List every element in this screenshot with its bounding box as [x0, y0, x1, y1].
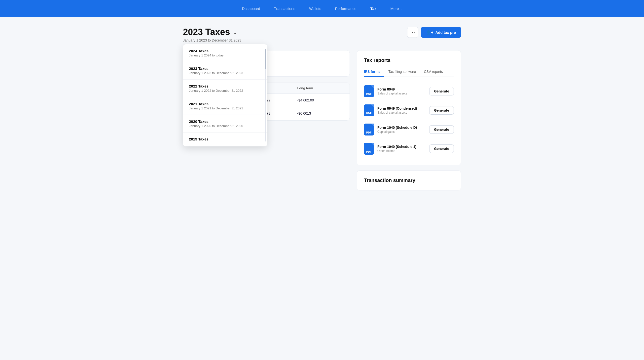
generate-button[interactable]: Generate: [429, 144, 454, 153]
pdf-icon: PDF: [364, 143, 374, 155]
dropdown-item-sub: January 1 2023 to December 31 2023: [189, 71, 262, 75]
pdf-label: PDF: [366, 131, 372, 134]
long-term-cell: -$4,682.00: [297, 98, 344, 102]
form-left: PDF Form 1040 (Schedule 1) Other income: [364, 143, 416, 155]
right-panel: Tax reports IRS formsTax filing software…: [357, 50, 461, 191]
dropdown-scrollbar[interactable]: [265, 49, 266, 141]
form-left: PDF Form 1040 (Schedule D) Capital gains: [364, 124, 417, 135]
nav-dashboard[interactable]: Dashboard: [235, 0, 267, 17]
dropdown-item[interactable]: 2024 Taxes January 1 2024 to today: [183, 44, 268, 62]
transaction-summary-title: Transaction summary: [364, 177, 454, 183]
pdf-label: PDF: [366, 93, 372, 96]
nav-performance[interactable]: Performance: [328, 0, 364, 17]
dropdown-item[interactable]: 2022 Taxes January 1 2022 to December 31…: [183, 80, 268, 97]
year-dropdown-toggle[interactable]: ⌄: [232, 29, 237, 36]
dropdown-item[interactable]: 2019 Taxes: [183, 132, 268, 146]
form-desc: Sales of capital assets: [377, 92, 407, 95]
form-info: Form 1040 (Schedule 1) Other income: [377, 145, 416, 153]
dropdown-item-title: 2021 Taxes: [189, 102, 262, 106]
tax-reports-card: Tax reports IRS formsTax filing software…: [357, 50, 461, 165]
page-header: 2023 Taxes ⌄ January 1 2023 to December …: [183, 27, 461, 42]
person-add-icon: 👤+: [426, 30, 433, 35]
generate-button[interactable]: Generate: [429, 87, 454, 95]
nav-wallets[interactable]: Wallets: [302, 0, 328, 17]
date-range: January 1 2023 to December 31 2023: [183, 38, 241, 42]
nav-more[interactable]: More ⌄: [383, 0, 409, 17]
form-left: PDF Form 8949 (Condensed) Sales of capit…: [364, 104, 417, 116]
nav-tax[interactable]: Tax: [364, 0, 384, 17]
generate-button[interactable]: Generate: [429, 125, 454, 134]
header-left: 2023 Taxes ⌄ January 1 2023 to December …: [183, 27, 241, 42]
tab-filing[interactable]: Tax filing software: [384, 68, 420, 77]
pdf-icon: PDF: [364, 124, 374, 135]
form-row-2: PDF Form 1040 (Schedule D) Capital gains…: [364, 120, 454, 139]
form-info: Form 8949 Sales of capital assets: [377, 87, 407, 95]
dropdown-item-title: 2023 Taxes: [189, 66, 262, 71]
tab-irs[interactable]: IRS forms: [364, 68, 384, 77]
form-name: Form 1040 (Schedule 1): [377, 145, 416, 149]
long-term-cell: -$0.0013: [297, 111, 344, 116]
dropdown-item[interactable]: 2020 Taxes January 1 2020 to December 31…: [183, 115, 268, 132]
col-long-term: Long term: [297, 86, 344, 90]
dropdown-item[interactable]: 2023 Taxes January 1 2023 to December 31…: [183, 62, 268, 80]
dropdown-item-title: 2022 Taxes: [189, 84, 262, 88]
form-left: PDF Form 8949 Sales of capital assets: [364, 85, 407, 97]
form-desc: Other income: [377, 149, 416, 153]
dropdown-item-title: 2020 Taxes: [189, 119, 262, 124]
transaction-summary-card: Transaction summary: [357, 170, 461, 191]
pdf-icon: PDF: [364, 104, 374, 116]
header-right: ⋯ 👤+ Add tax pro: [407, 27, 461, 38]
forms-list: PDF Form 8949 Sales of capital assets Ge…: [364, 82, 454, 158]
navigation: Dashboard Transactions Wallets Performan…: [0, 0, 644, 17]
form-row-1: PDF Form 8949 (Condensed) Sales of capit…: [364, 101, 454, 120]
dropdown-item[interactable]: 2021 Taxes January 1 2021 to December 31…: [183, 97, 268, 115]
dropdown-item-sub: January 1 2020 to December 31 2020: [189, 124, 262, 128]
more-options-button[interactable]: ⋯: [407, 27, 418, 38]
pdf-label: PDF: [366, 150, 372, 153]
form-desc: Sales of capital assets: [377, 111, 417, 114]
dropdown-item-title: 2019 Taxes: [189, 137, 262, 141]
chevron-down-icon: ⌄: [400, 7, 402, 10]
form-row-3: PDF Form 1040 (Schedule 1) Other income …: [364, 139, 454, 158]
form-info: Form 1040 (Schedule D) Capital gains: [377, 126, 417, 133]
pdf-icon: PDF: [364, 85, 374, 97]
tab-csv[interactable]: CSV reports: [420, 68, 447, 77]
nav-transactions[interactable]: Transactions: [267, 0, 302, 17]
tax-reports-title: Tax reports: [364, 57, 454, 63]
tax-reports-tabs: IRS formsTax filing softwareCSV reports: [364, 68, 454, 77]
form-name: Form 8949 (Condensed): [377, 106, 417, 110]
form-row-0: PDF Form 8949 Sales of capital assets Ge…: [364, 82, 454, 101]
pdf-label: PDF: [366, 112, 372, 115]
dropdown-scrollbar-thumb: [265, 49, 266, 69]
form-info: Form 8949 (Condensed) Sales of capital a…: [377, 106, 417, 114]
tabs-container: IRS formsTax filing softwareCSV reports: [364, 68, 447, 77]
dropdown-item-sub: January 1 2022 to December 31 2022: [189, 89, 262, 92]
form-name: Form 1040 (Schedule D): [377, 126, 417, 129]
generate-button[interactable]: Generate: [429, 106, 454, 115]
page-title: 2023 Taxes: [183, 27, 230, 37]
dropdown-item-sub: January 1 2024 to today: [189, 54, 262, 57]
dropdown-item-sub: January 1 2021 to December 31 2021: [189, 106, 262, 110]
dropdown-item-title: 2024 Taxes: [189, 49, 262, 53]
form-name: Form 8949: [377, 87, 407, 91]
year-dropdown-menu: 2024 Taxes January 1 2024 to today 2023 …: [183, 44, 268, 146]
form-desc: Capital gains: [377, 130, 417, 133]
add-tax-pro-button[interactable]: 👤+ Add tax pro: [421, 27, 461, 38]
